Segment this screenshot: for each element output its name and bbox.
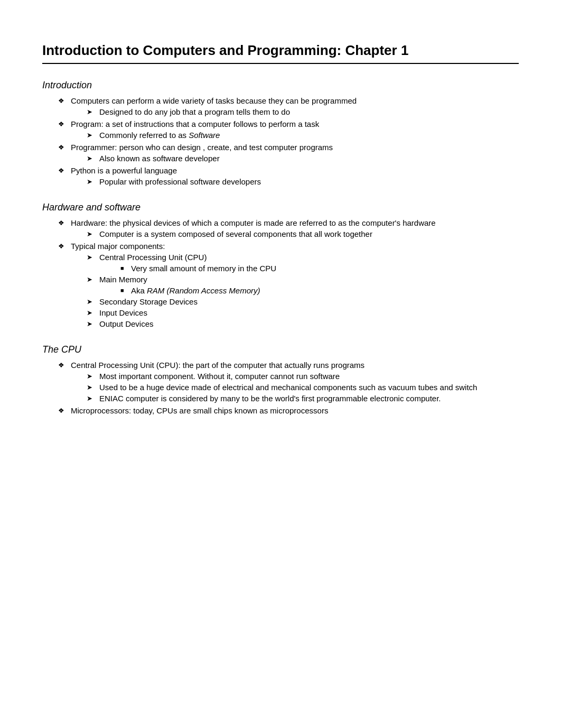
list-item: Computers can perform a wide variety of … — [58, 96, 519, 116]
list-item: Designed to do any job that a program te… — [87, 107, 519, 116]
list-item: Used to be a huge device made of electri… — [87, 383, 519, 392]
list-item: Typical major components:Central Process… — [58, 242, 519, 328]
list-item: Hardware: the physical devices of which … — [58, 218, 519, 238]
section-hardware-and-software: Hardware and softwareHardware: the physi… — [42, 202, 519, 328]
list-item: Popular with professional software devel… — [87, 177, 519, 186]
page-title: Introduction to Computers and Programmin… — [42, 42, 519, 64]
section-introduction: IntroductionComputers can perform a wide… — [42, 80, 519, 186]
list-item: Secondary Storage Devices — [87, 297, 519, 306]
section-heading-the-cpu: The CPU — [42, 344, 519, 355]
section-heading-hardware-and-software: Hardware and software — [42, 202, 519, 213]
list-item: Main MemoryAka RAM (Random Access Memory… — [87, 275, 519, 295]
list-item: Output Devices — [87, 319, 519, 328]
list-item: Very small amount of memory in the CPU — [120, 264, 519, 273]
section-heading-introduction: Introduction — [42, 80, 519, 91]
list-item: Aka RAM (Random Access Memory) — [120, 286, 519, 295]
list-item: Microprocessors: today, CPUs are small c… — [58, 406, 519, 415]
list-item: Central Processing Unit (CPU)Very small … — [87, 253, 519, 273]
list-item: ENIAC computer is considered by many to … — [87, 394, 519, 403]
section-the-cpu: The CPUCentral Processing Unit (CPU): th… — [42, 344, 519, 415]
list-item: Computer is a system composed of several… — [87, 229, 519, 238]
list-item: Commonly referred to as Software — [87, 131, 519, 140]
list-item: Central Processing Unit (CPU): the part … — [58, 361, 519, 403]
list-item: Python is a powerful languagePopular wit… — [58, 166, 519, 186]
list-item: Also known as software developer — [87, 154, 519, 163]
list-item: Input Devices — [87, 308, 519, 317]
list-item: Program: a set of instructions that a co… — [58, 119, 519, 140]
list-item: Programmer: person who can design , crea… — [58, 143, 519, 163]
list-item: Most important component. Without it, co… — [87, 372, 519, 381]
